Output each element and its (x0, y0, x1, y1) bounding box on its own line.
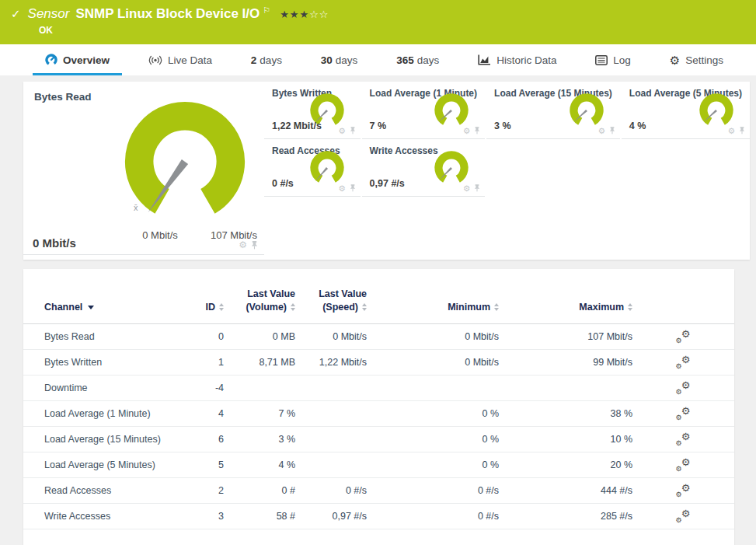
cell-actions: ⚙⚙ (632, 433, 734, 445)
cell-last-value-volume: 3 % (224, 434, 295, 445)
table-row: Load Average (1 Minute)47 %0 %38 % ⚙⚙ (23, 401, 734, 427)
pin-icon[interactable] (474, 184, 480, 192)
pin-icon[interactable] (350, 127, 356, 135)
gauge-settings-gear-icon[interactable]: ⚙ (338, 184, 345, 193)
tab-overview[interactable]: Overview (44, 44, 111, 75)
cell-channel-name: Downtime (23, 383, 194, 393)
tab-label: Settings (685, 54, 723, 66)
tab-30-days[interactable]: 30days (319, 44, 360, 75)
gauge-min-label: 0 Mbit/s (123, 229, 197, 241)
cell-actions: ⚙⚙ (632, 510, 734, 522)
gauge-settings-gear-icon[interactable]: ⚙ (239, 240, 247, 250)
edit-channel-gears-icon[interactable]: ⚙⚙ (677, 407, 691, 420)
flag-icon[interactable]: ⚐ (263, 5, 270, 16)
gauge-settings-gear-icon[interactable]: ⚙ (463, 127, 470, 135)
tab-2-days[interactable]: 2days (249, 44, 284, 75)
gauge-current-value: 3 % (494, 121, 511, 131)
edit-channel-gears-icon[interactable]: ⚙⚙ (677, 459, 691, 471)
edit-channel-gears-icon[interactable]: ⚙⚙ (677, 510, 691, 522)
table-row: Bytes Read00 MB0 Mbit/s0 Mbit/s107 Mbit/… (23, 324, 734, 350)
edit-channel-gears-icon[interactable]: ⚙⚙ (677, 330, 691, 343)
gauge-settings-gear-icon[interactable]: ⚙ (597, 127, 604, 135)
gauge-max-label: 107 Mbit/s (191, 229, 277, 241)
bytes-read-gauge (109, 93, 261, 231)
column-header-label: ID (206, 301, 216, 314)
tab-historic-data[interactable]: Historic Data (476, 44, 558, 75)
sensor-title: SNMP Linux Block Device I/O (75, 6, 260, 22)
cell-id: 0 (194, 331, 224, 342)
cell-actions: ⚙⚙ (632, 356, 734, 369)
gauge-tiles-grid: Bytes Written 1,22 Mbit/s ⚙ Load Average… (264, 82, 750, 260)
pin-icon[interactable] (609, 127, 615, 135)
tab-label: Overview (63, 54, 110, 66)
pin-icon[interactable] (474, 127, 480, 135)
edit-channel-gears-icon[interactable]: ⚙⚙ (677, 433, 691, 445)
priority-stars[interactable]: ★★★☆☆ (280, 9, 329, 20)
edit-channel-gears-icon[interactable]: ⚙⚙ (677, 356, 691, 369)
gauge-current-value: 0 Mbit/s (33, 236, 76, 250)
cell-maximum: 99 Mbit/s (499, 357, 632, 368)
cell-actions: ⚙⚙ (632, 330, 734, 343)
pin-icon[interactable] (350, 184, 356, 192)
cell-last-value-volume: 0 MB (224, 331, 295, 342)
pin-icon[interactable] (739, 127, 745, 135)
cell-maximum: 20 % (499, 459, 632, 470)
area-chart-icon (478, 54, 491, 65)
cell-channel-name: Load Average (15 Minutes) (23, 434, 194, 445)
cell-last-value-volume: 58 # (224, 511, 295, 522)
cell-channel-name: Bytes Written (23, 357, 194, 368)
cell-minimum: 0 % (367, 459, 499, 470)
tab-365-days[interactable]: 365days (395, 44, 441, 75)
column-header-maximum[interactable]: Maximum (499, 301, 632, 314)
gauge (430, 148, 472, 187)
sensor-banner: ✓ Sensor SNMP Linux Block Device I/O ⚐ ★… (0, 0, 756, 44)
main-gauge-card-bytes-read: Bytes Read x̄ 0 Mbit/s 107 Mbit/s 0 Mbit… (23, 82, 264, 255)
column-header-label: Channel (44, 301, 82, 314)
column-header-last-value-volume[interactable]: Last Value (Volume) (224, 288, 295, 314)
cell-channel-name: Bytes Read (23, 331, 194, 342)
gauge-current-value: 0 #/s (272, 178, 294, 189)
table-row: Downtime-4 ⚙⚙ (23, 376, 734, 401)
table-row: Write Accesses358 #0,97 #/s0 #/s285 #/s … (23, 504, 734, 529)
tab-bar: Overview Live Data 2days 30days 365days … (0, 44, 756, 75)
tab-number: 2 (251, 54, 257, 66)
column-header-channel[interactable]: Channel (23, 301, 194, 314)
sort-arrows-icon (628, 303, 632, 311)
column-header-label: (Volume) (246, 301, 287, 314)
cell-actions: ⚙⚙ (632, 459, 734, 471)
cell-id: 3 (194, 511, 224, 522)
edit-channel-gears-icon[interactable]: ⚙⚙ (677, 484, 691, 497)
settings-gear-icon: ⚙ (670, 54, 680, 66)
status-ok-check-icon: ✓ (11, 7, 21, 21)
gauge (566, 91, 608, 130)
gauge-settings-gear-icon[interactable]: ⚙ (338, 127, 345, 135)
gauge (695, 91, 737, 130)
channel-table-panel: Channel ID Last Value (Volume) Last Valu… (23, 269, 734, 545)
cell-last-value-speed: 0,97 #/s (295, 511, 367, 522)
gauge-settings-gear-icon[interactable]: ⚙ (463, 184, 470, 193)
column-header-minimum[interactable]: Minimum (367, 301, 499, 314)
cell-last-value-speed: 0 #/s (295, 485, 367, 496)
edit-channel-gears-icon[interactable]: ⚙⚙ (677, 382, 691, 394)
tab-settings[interactable]: ⚙ Settings (668, 44, 725, 75)
tab-label: Log (613, 54, 631, 66)
tab-live-data[interactable]: Live Data (147, 44, 214, 75)
gauge-tile: Load Average (1 Minute) 7 % ⚙ (362, 82, 485, 139)
tab-label: Live Data (168, 54, 212, 66)
cell-maximum: 285 #/s (499, 511, 632, 522)
tab-log[interactable]: Log (594, 44, 632, 75)
table-row: Read Accesses20 #0 #/s0 #/s444 #/s ⚙⚙ (23, 478, 734, 504)
pin-icon[interactable] (251, 241, 258, 250)
gauge-tile: Read Accesses 0 #/s ⚙ (264, 139, 361, 197)
column-header-id[interactable]: ID (194, 301, 224, 314)
cell-last-value-volume: 8,71 MB (224, 357, 295, 368)
cell-id: 6 (194, 434, 224, 445)
cell-minimum: 0 Mbit/s (367, 357, 499, 368)
gauge-current-value: 7 % (370, 121, 387, 131)
gauge-tile: Write Accesses 0,97 #/s ⚙ (362, 139, 485, 197)
cell-channel-name: Load Average (1 Minute) (23, 408, 194, 419)
table-row: Load Average (5 Minutes)54 %0 %20 % ⚙⚙ (23, 452, 734, 478)
column-header-last-value-speed[interactable]: Last Value (Speed) (295, 288, 367, 314)
tab-label: Historic Data (496, 54, 556, 66)
gauge-settings-gear-icon[interactable]: ⚙ (728, 127, 735, 135)
